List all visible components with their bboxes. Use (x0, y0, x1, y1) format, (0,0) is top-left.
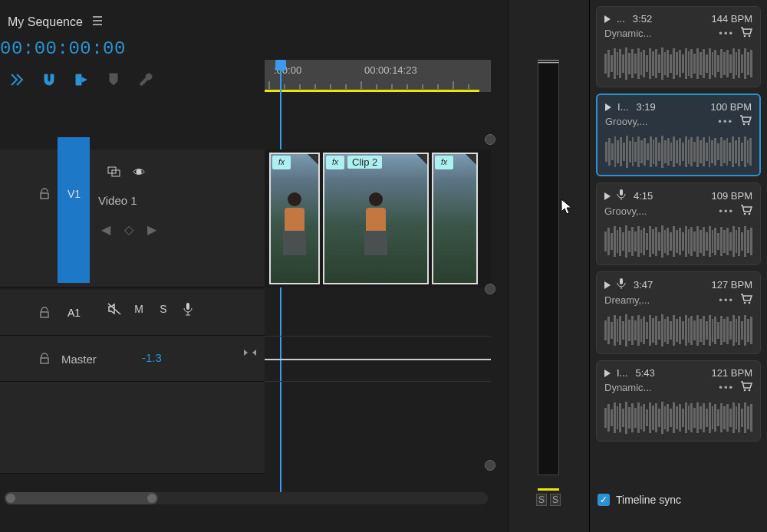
music-prefix: I... (617, 101, 628, 113)
music-card[interactable]: ...3:52144 BPMDynamic...••• (596, 6, 761, 87)
more-options-icon[interactable]: ••• (719, 294, 734, 306)
ruler-time-1: 00:00:14:23 (364, 64, 417, 76)
waveform-preview[interactable] (605, 135, 752, 169)
music-duration: 5:43 (635, 367, 654, 379)
more-options-icon[interactable]: ••• (719, 28, 734, 39)
music-tag: Groovy,... (604, 205, 713, 217)
linked-selection-icon[interactable] (72, 71, 91, 89)
play-icon[interactable] (604, 281, 611, 289)
cart-icon[interactable] (740, 293, 752, 307)
lock-icon[interactable] (38, 307, 51, 322)
play-icon[interactable] (604, 369, 611, 377)
track-id-v1[interactable]: V1 (67, 188, 81, 200)
voiceover-mic-icon[interactable] (181, 302, 195, 316)
cart-icon[interactable] (740, 204, 752, 218)
scrollbar-thumb[interactable] (5, 492, 158, 504)
music-bpm: 100 BPM (711, 101, 752, 113)
music-card[interactable]: I...5:43121 BPMDynamic...••• (596, 360, 761, 442)
sequence-menu-icon[interactable] (92, 15, 103, 29)
audio-meter-column: S S (508, 0, 589, 532)
svg-point-27 (749, 302, 751, 304)
lock-icon[interactable] (38, 353, 51, 368)
more-options-icon[interactable]: ••• (719, 382, 734, 393)
solo-meter-2[interactable]: S (550, 494, 561, 506)
track-id-a1[interactable]: A1 (67, 307, 81, 319)
track-resize-handle[interactable] (485, 284, 495, 294)
music-browser-panel: ...3:52144 BPMDynamic...•••I...3:19100 B… (589, 0, 767, 532)
lock-icon[interactable] (38, 188, 51, 203)
clip-1[interactable]: fx (269, 153, 320, 284)
play-icon[interactable] (605, 103, 611, 111)
play-icon[interactable] (604, 192, 611, 200)
music-bpm: 144 BPM (712, 13, 752, 25)
mute-button[interactable]: M (132, 302, 146, 316)
waveform-preview[interactable] (604, 401, 752, 435)
music-duration: 3:52 (633, 13, 652, 25)
svg-point-21 (748, 123, 750, 126)
empty-track-area (0, 382, 265, 474)
music-prefix: ... (617, 13, 625, 25)
music-card[interactable]: 3:47127 BPMDreamy,...••• (596, 271, 761, 354)
marker-icon[interactable] (104, 71, 123, 89)
cart-icon[interactable] (740, 26, 752, 41)
mute-disabled-icon[interactable] (107, 302, 121, 316)
source-patching-icon[interactable] (107, 165, 121, 179)
snap-magnet-icon[interactable] (40, 71, 58, 89)
fx-badge[interactable]: fx (326, 156, 344, 169)
next-keyframe-icon[interactable]: ▶ (147, 222, 156, 237)
solo-button[interactable]: S (156, 302, 170, 316)
track-target-v1[interactable] (58, 137, 90, 283)
timeline-sync-row[interactable]: ✓ Timeline sync (597, 494, 681, 506)
insert-overwrite-icon[interactable] (8, 71, 26, 89)
music-tag: Groovy,... (605, 116, 712, 127)
music-bpm: 109 BPM (712, 190, 752, 202)
music-bpm: 121 BPM (712, 367, 752, 379)
waveform-preview[interactable] (604, 314, 752, 347)
more-options-icon[interactable]: ••• (719, 205, 734, 217)
audio-meter[interactable] (538, 63, 559, 475)
music-card[interactable]: I...3:19100 BPMGroovy,...••• (596, 94, 761, 176)
timeline-sync-label: Timeline sync (616, 494, 681, 506)
master-lane[interactable] (265, 336, 491, 382)
waveform-preview[interactable] (604, 225, 752, 258)
playhead-marker[interactable] (275, 60, 286, 71)
more-options-icon[interactable]: ••• (718, 116, 733, 127)
fx-badge[interactable]: fx (272, 156, 291, 169)
horizontal-scrollbar[interactable] (5, 492, 488, 504)
clip-2[interactable]: fx Clip 2 (323, 153, 429, 284)
sync-lock-icon[interactable] (242, 346, 258, 362)
timeline-panel: My Sequence 00:00:00:00 :00:00 00:00:14:… (0, 0, 589, 532)
prev-keyframe-icon[interactable]: ◀ (101, 222, 110, 237)
clip-3[interactable]: fx (432, 153, 478, 284)
video-track-lane[interactable]: fx fx Clip 2 fx (265, 149, 491, 287)
track-resize-handle[interactable] (485, 134, 495, 145)
svg-point-20 (743, 123, 746, 126)
sequence-title: My Sequence (8, 15, 83, 29)
play-icon[interactable] (604, 15, 611, 23)
cart-icon[interactable] (740, 380, 752, 395)
music-card[interactable]: 4:15109 BPMGroovy,...••• (596, 182, 761, 265)
track-name-v1: Video 1 (98, 194, 137, 207)
svg-point-24 (749, 213, 751, 215)
cart-icon[interactable] (739, 114, 752, 129)
work-area-bar[interactable] (265, 90, 479, 92)
svg-point-26 (744, 302, 746, 304)
waveform-preview[interactable] (604, 47, 752, 80)
timeline-ruler[interactable]: :00:00 00:00:14:23 (265, 60, 491, 92)
master-volume-value[interactable]: -1.3 (142, 351, 162, 364)
svg-rect-17 (186, 303, 189, 310)
track-header-a1: A1 M S (0, 290, 265, 336)
music-tag: Dynamic... (604, 382, 713, 393)
svg-point-19 (749, 35, 751, 38)
toggle-track-output-icon[interactable] (132, 165, 146, 179)
add-keyframe-icon[interactable]: ◇ (124, 222, 133, 237)
svg-point-28 (744, 389, 746, 392)
solo-meter-1[interactable]: S (536, 494, 547, 506)
fx-badge[interactable]: fx (435, 156, 453, 169)
playhead-timecode[interactable]: 00:00:00:00 (0, 38, 126, 59)
music-tag: Dynamic... (604, 28, 713, 39)
track-resize-handle[interactable] (485, 460, 495, 471)
timeline-sync-checkbox[interactable]: ✓ (597, 494, 610, 506)
wrench-settings-icon[interactable] (137, 71, 155, 89)
music-bpm: 127 BPM (712, 279, 752, 291)
